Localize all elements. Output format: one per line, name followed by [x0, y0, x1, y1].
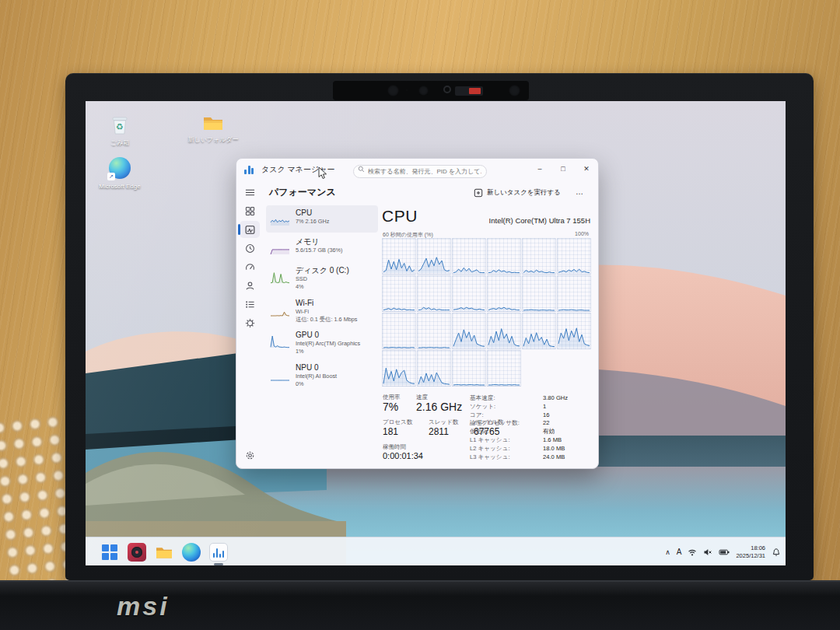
battery-icon[interactable]	[719, 548, 730, 557]
processes-icon	[245, 206, 255, 216]
desktop-icon-microsoft-edge[interactable]: ↗ Microsoft Edge	[92, 157, 148, 191]
cpu-core-graph	[487, 238, 521, 275]
taskbar-file-explorer[interactable]	[154, 542, 174, 562]
sidebar-item-name: メモリ	[296, 237, 342, 247]
desktop-icon-new-folder[interactable]: 新しいフォルダー	[185, 114, 241, 144]
rail-item-services[interactable]	[240, 314, 260, 331]
detail-label: 論理プロセッサ数:	[470, 419, 543, 428]
sidebar-item-sub: Intel(R) AI Boost	[296, 373, 337, 380]
sidebar-item-name: CPU	[296, 208, 329, 218]
nav-menu-button[interactable]	[240, 184, 260, 201]
second-camera-icon	[509, 85, 520, 96]
webcam-module	[333, 81, 529, 100]
start-button[interactable]	[100, 542, 120, 562]
performance-sidebar: CPU 7% 2.16 GHz メモリ 5.6/15.7 GB (36%) ディ…	[266, 205, 378, 393]
rail-item-details[interactable]	[240, 296, 260, 313]
cpu-core-graph	[487, 350, 521, 387]
detail-label: ソケット:	[470, 403, 543, 411]
cpu-core-graph	[382, 238, 416, 275]
cpu-core-graph	[452, 313, 486, 349]
desktop-icon-recycle-bin[interactable]: ♻ ごみ箱	[92, 114, 148, 147]
ime-indicator[interactable]: A	[677, 548, 682, 556]
cpu-core-graph	[452, 350, 486, 387]
privacy-shutter-red-indicator	[469, 88, 481, 94]
sensor-dot-icon	[405, 89, 408, 92]
wifi-icon[interactable]	[688, 548, 697, 557]
sidebar-item-sub: 5.6/15.7 GB (36%)	[296, 247, 342, 254]
rail-item-app-history[interactable]	[240, 240, 260, 257]
speaker-muted-icon[interactable]	[703, 548, 712, 557]
wifi-sparkline	[270, 299, 290, 320]
sidebar-item-memory[interactable]: メモリ 5.6/15.7 GB (36%)	[266, 234, 378, 261]
sidebar-item-sub: 1%	[296, 348, 360, 355]
time-text: 18:06	[736, 544, 765, 551]
minimize-button[interactable]: –	[528, 159, 551, 180]
rail-item-settings[interactable]	[240, 446, 260, 464]
maximize-button[interactable]: □	[551, 159, 575, 180]
taskbar-edge[interactable]	[181, 542, 201, 562]
close-button[interactable]: ✕	[575, 159, 598, 180]
sidebar-item-sub: 4%	[296, 283, 349, 291]
detail-value: 1	[543, 403, 593, 411]
cpu-core-graph	[452, 275, 486, 312]
cpu-core-graph	[417, 238, 451, 275]
desktop-icon-label: ごみ箱	[92, 140, 148, 147]
search-input[interactable]	[353, 165, 487, 178]
sidebar-item-cpu[interactable]: CPU 7% 2.16 GHz	[266, 205, 378, 233]
sidebar-item-name: Wi-Fi	[296, 299, 357, 308]
rail-item-startup-apps[interactable]	[240, 258, 260, 275]
cpu-core-graph	[382, 350, 416, 387]
detail-row: L3 キャッシュ:24.0 MB	[470, 453, 593, 462]
processor-name: Intel(R) Core(TM) Ultra 7 155H	[489, 216, 590, 225]
cpu-core-graph	[522, 313, 556, 349]
rail-item-users[interactable]	[240, 277, 260, 294]
task-manager-icon	[209, 543, 228, 562]
page-title: パフォーマンス	[269, 186, 336, 199]
performance-icon	[245, 225, 255, 235]
title-bar[interactable]: タスク マネージャー – □ ✕	[236, 159, 598, 180]
users-icon	[245, 281, 255, 291]
memory-sparkline	[270, 237, 290, 258]
graph-max-label: 100%	[575, 231, 589, 236]
cpu-core-graph	[452, 238, 486, 275]
clock[interactable]: 18:06 2025/12/31	[736, 544, 765, 559]
detail-value: 18.0 MB	[543, 445, 593, 453]
search-box	[353, 163, 487, 176]
uptime-value: 0:00:01:34	[383, 451, 423, 460]
details-list-icon	[245, 299, 255, 310]
more-options-button[interactable]: …	[572, 184, 587, 201]
sidebar-item-disk[interactable]: ディスク 0 (C:) SSD 4%	[266, 263, 378, 294]
photo-background: ♻ ごみ箱 新しいフォルダー ↗ Microsoft Edge	[0, 0, 840, 630]
laptop-base: msi	[0, 580, 840, 630]
sidebar-item-name: NPU 0	[296, 363, 337, 373]
notification-bell-icon[interactable]	[772, 548, 781, 557]
task-manager-app-icon	[244, 165, 255, 174]
sidebar-item-npu[interactable]: NPU 0 Intel(R) AI Boost 0%	[266, 360, 378, 391]
rail-item-processes[interactable]	[240, 202, 260, 219]
edge-icon: ↗	[109, 157, 131, 179]
desktop-icon-label: Microsoft Edge	[92, 184, 148, 191]
detail-row: 論理プロセッサ数:22	[470, 419, 593, 428]
taskbar-task-manager[interactable]	[208, 542, 229, 562]
run-new-task-button[interactable]: 新しいタスクを実行する	[469, 184, 565, 201]
detail-value: 24.0 MB	[543, 453, 593, 462]
detail-value: 3.80 GHz	[543, 394, 593, 403]
detail-row: 基本速度:3.80 GHz	[470, 394, 593, 403]
rail-item-performance[interactable]	[240, 221, 260, 238]
cpu-panel-title: CPU	[382, 207, 418, 226]
desktop-icon-label: 新しいフォルダー	[185, 137, 241, 144]
new-task-icon	[474, 188, 483, 198]
cpu-core-graph	[487, 275, 521, 312]
detail-row: 仮想化:有効	[470, 428, 593, 436]
cpu-core-graph	[417, 275, 451, 312]
settings-gear-icon	[245, 450, 255, 460]
tray-chevron-icon[interactable]: ∧	[665, 548, 670, 556]
search-icon	[358, 166, 365, 173]
shortcut-arrow-icon: ↗	[107, 173, 115, 180]
sidebar-item-gpu[interactable]: GPU 0 Intel(R) Arc(TM) Graphics 1%	[266, 327, 378, 359]
uptime-label: 稼働時間	[383, 443, 406, 451]
usage-value: 7%	[383, 401, 398, 413]
disk-sparkline	[270, 266, 290, 287]
taskbar-app-red[interactable]	[127, 542, 147, 562]
sidebar-item-wifi[interactable]: Wi-Fi Wi-Fi 送信: 0.1 受信: 1.6 Mbps	[266, 296, 378, 327]
